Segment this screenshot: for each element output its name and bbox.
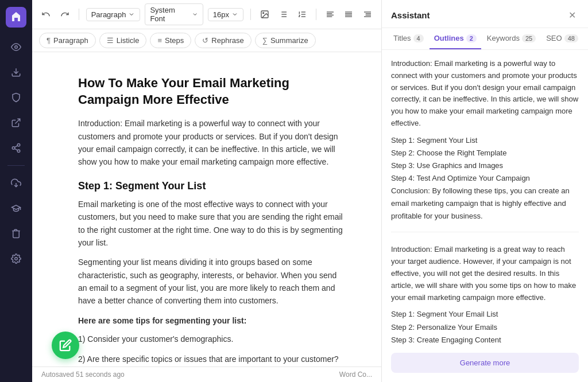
summarize-btn-label: Summarize <box>270 36 308 45</box>
step1-p1: Email marketing is one of the most effec… <box>78 198 347 250</box>
toolbar-divider-1 <box>79 9 79 20</box>
outline-2-step-2: Step 2: Personalize Your Emails <box>391 321 579 334</box>
list-ol-icon[interactable] <box>295 7 309 22</box>
outline-2-intro: Introduction: Email marketing is a great… <box>391 244 579 303</box>
steps-icon: ≡ <box>157 36 162 45</box>
tab-titles[interactable]: Titles 4 <box>389 28 428 49</box>
tab-seo[interactable]: SEO 48 <box>541 28 583 49</box>
download-icon[interactable] <box>6 62 26 83</box>
intro-paragraph: Introduction: Email marketing is a power… <box>78 117 347 169</box>
tab-outlines-badge: 2 <box>466 34 477 42</box>
svg-point-1 <box>15 46 18 49</box>
tab-keywords[interactable]: Keywords 25 <box>482 28 540 49</box>
rephrase-icon: ↺ <box>202 36 208 45</box>
svg-point-4 <box>17 144 20 147</box>
panel-title: Assistant <box>391 10 430 20</box>
summarize-icon: ∑ <box>262 36 268 45</box>
status-bar: Autosaved 51 seconds ago Word Co... <box>32 367 381 382</box>
outline-1-intro: Introduction: Email marketing is a power… <box>391 58 579 130</box>
svg-point-12 <box>263 13 264 14</box>
toolbar-divider-2 <box>250 9 251 20</box>
rephrase-btn[interactable]: ↺ Rephrase <box>195 33 251 48</box>
rephrase-btn-label: Rephrase <box>211 36 243 45</box>
font-select[interactable]: System Font <box>145 3 203 25</box>
align-center-icon[interactable] <box>342 7 355 22</box>
download2-icon[interactable] <box>6 173 26 193</box>
outline-2-steps: Step 1: Segment Your Email List Step 2: … <box>391 308 579 348</box>
step1-heading: Step 1: Segment Your List <box>78 180 347 192</box>
format-bar: ¶ Paragraph ☰ Listicle ≡ Steps ↺ Rephras… <box>32 29 381 52</box>
word-count: Word Co... <box>339 371 372 379</box>
editor-area[interactable]: How To Make Your Email Marketing Campaig… <box>32 52 381 367</box>
outline-block-2: Introduction: Email marketing is a great… <box>391 244 579 348</box>
trash-icon[interactable] <box>6 223 26 244</box>
panel-tabs: Titles 4 Outlines 2 Keywords 25 SEO 48 H… <box>382 28 588 50</box>
outline-1-step-2: Step 2: Choose the Right Template <box>391 147 579 159</box>
document-title: How To Make Your Email Marketing Campaig… <box>78 75 347 108</box>
svg-point-5 <box>12 147 15 150</box>
outline-1-step-3: Step 3: Use Graphics and Images <box>391 159 579 172</box>
panel-close-button[interactable]: ✕ <box>565 8 579 22</box>
listicle-icon: ☰ <box>107 36 114 45</box>
shield-icon[interactable] <box>6 87 26 108</box>
redo-button[interactable] <box>57 7 71 22</box>
tip-1: 1) Consider your customer's demographics… <box>78 333 347 345</box>
step1-p2: Segmenting your list means dividing it i… <box>78 256 347 307</box>
steps-btn[interactable]: ≡ Steps <box>150 33 191 48</box>
svg-rect-0 <box>14 18 18 21</box>
edit-fab[interactable] <box>52 332 79 359</box>
align-left-icon[interactable] <box>323 7 337 22</box>
paragraph-select[interactable]: Paragraph <box>86 8 141 21</box>
svg-point-10 <box>15 258 18 260</box>
panel-content: Introduction: Email marketing is a power… <box>382 50 588 348</box>
undo-button[interactable] <box>39 7 53 22</box>
sidebar-divider <box>7 165 25 166</box>
app-logo[interactable] <box>6 7 26 28</box>
svg-point-6 <box>17 150 20 153</box>
paragraph-icon: ¶ <box>47 36 51 45</box>
toolbar-divider-3 <box>316 9 316 20</box>
tips-heading: Here are some tips for segmenting your l… <box>78 314 347 327</box>
list-ul-icon[interactable] <box>276 7 290 22</box>
tab-keywords-badge: 25 <box>522 34 536 42</box>
paragraph-btn-label: Paragraph <box>53 36 88 45</box>
outline-1-step-1: Step 1: Segment Your List <box>391 134 579 147</box>
svg-line-3 <box>16 119 20 123</box>
size-select[interactable]: 16px <box>208 8 243 21</box>
panel-header: Assistant ✕ <box>382 0 588 28</box>
svg-line-7 <box>14 149 17 150</box>
outline-block-1: Introduction: Email marketing is a power… <box>391 58 579 232</box>
outline-1-conclusion: Conclusion: By following these tips, you… <box>391 185 579 223</box>
editor-content: How To Make Your Email Marketing Campaig… <box>78 75 347 367</box>
summarize-btn[interactable]: ∑ Summarize <box>255 33 316 48</box>
share-icon[interactable] <box>6 138 26 158</box>
svg-line-8 <box>14 146 17 147</box>
tip-2: 2) Are there specific topics or issues t… <box>78 353 347 365</box>
main-area: Paragraph System Font 16px <box>32 0 381 382</box>
tab-titles-badge: 4 <box>413 34 424 42</box>
toolbar: Paragraph System Font 16px <box>32 0 381 29</box>
tab-seo-label: SEO <box>546 34 562 42</box>
outline-2-step-1: Step 1: Segment Your Email List <box>391 308 579 321</box>
graduation-icon[interactable] <box>6 198 26 219</box>
settings-icon[interactable] <box>6 248 26 269</box>
listicle-btn-label: Listicle <box>117 36 140 45</box>
steps-btn-label: Steps <box>165 36 184 45</box>
align-right-icon[interactable] <box>361 7 374 22</box>
tab-titles-label: Titles <box>393 34 411 42</box>
tab-keywords-label: Keywords <box>487 34 520 42</box>
generate-more-button[interactable]: Generate more <box>391 353 579 373</box>
eye-icon[interactable] <box>6 37 26 57</box>
tab-seo-badge: 48 <box>564 34 578 42</box>
outline-1-steps: Step 1: Segment Your List Step 2: Choose… <box>391 134 579 223</box>
right-panel: Assistant ✕ Titles 4 Outlines 2 Keywords… <box>381 0 588 382</box>
tab-outlines[interactable]: Outlines 2 <box>430 28 481 49</box>
external-link-icon[interactable] <box>6 112 26 133</box>
tab-outlines-label: Outlines <box>434 34 464 42</box>
paragraph-btn[interactable]: ¶ Paragraph <box>39 33 96 48</box>
tab-history[interactable]: History <box>584 28 588 49</box>
image-icon[interactable] <box>258 7 272 22</box>
outline-1-step-4: Step 4: Test And Optimize Your Campaign <box>391 172 579 185</box>
listicle-btn[interactable]: ☰ Listicle <box>99 33 147 48</box>
autosave-status: Autosaved 51 seconds ago <box>41 371 125 379</box>
